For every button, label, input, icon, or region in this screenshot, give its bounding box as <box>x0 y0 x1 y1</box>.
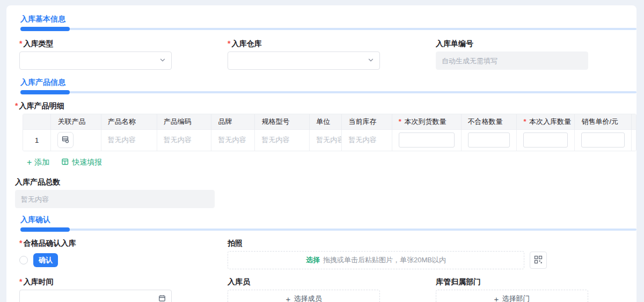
section-progress-bar <box>20 27 636 31</box>
brand-cell: 暂无内容 <box>211 129 255 151</box>
col-cost-price: 成本单价/元 <box>632 114 636 129</box>
field-warehouse: *入库仓库 <box>228 39 380 70</box>
field-inbound-time: *入库时间 <box>19 277 172 302</box>
table-row: 1 <box>23 129 636 151</box>
col-unit: 单位 <box>310 114 342 129</box>
qualified-confirm-control: 确认 <box>19 253 172 267</box>
col-arrival-qty: * 本次到货数量 <box>392 114 461 129</box>
required-asterisk: * <box>228 39 230 48</box>
scan-upload-button[interactable] <box>530 252 547 269</box>
plus-icon: + <box>286 294 291 302</box>
department-label: 库管归属部门 <box>436 277 588 286</box>
sale-price-input[interactable] <box>581 132 625 148</box>
col-inbound-qty: * 本次入库数量 <box>517 114 575 129</box>
order-no-input[interactable] <box>436 51 588 70</box>
field-product-total: 入库产品总数 <box>15 177 636 208</box>
plus-icon: + <box>27 158 32 167</box>
inbound-time-label: *入库时间 <box>19 277 172 286</box>
warehouse-select[interactable] <box>228 51 380 70</box>
inbound-qty-input[interactable] <box>523 132 568 148</box>
field-qualified-confirm: *合格品确认入库 确认 <box>19 238 172 269</box>
progress-track <box>20 28 636 30</box>
confirm-radio[interactable] <box>19 256 28 264</box>
quick-fill-button[interactable]: 快速填报 <box>61 158 102 167</box>
defective-qty-cell <box>461 129 517 151</box>
confirm-fields-row: *合格品确认入库 确认 拍照 选择 拖拽或单击后粘贴图片，单张20MB以内 <box>19 238 636 269</box>
inbound-type-select[interactable] <box>19 51 172 70</box>
col-link-product: 关联产品 <box>51 114 101 129</box>
required-asterisk: * <box>15 101 18 110</box>
upload-choose-link[interactable]: 选择 <box>306 255 320 265</box>
required-asterisk: * <box>19 239 22 247</box>
add-row-button[interactable]: + 添加 <box>27 158 49 167</box>
section-progress-bar <box>20 90 636 94</box>
bottom-fields-row: *入库时间 入库员 + 选择成员 库管归属部门 <box>19 277 636 302</box>
section-product-info: 入库产品信息 <box>20 77 636 94</box>
chevron-down-icon <box>368 56 374 65</box>
progress-fill <box>20 27 70 31</box>
product-total-label: 入库产品总数 <box>15 177 636 187</box>
plus-icon: + <box>494 294 499 302</box>
qr-code-icon <box>534 255 543 266</box>
field-photo: 拍照 选择 拖拽或单击后粘贴图片，单张20MB以内 <box>228 238 550 269</box>
progress-track <box>20 229 636 231</box>
col-defective-qty: 不合格数量 <box>461 114 517 129</box>
field-department: 库管归属部门 + 选择部门 <box>436 277 588 302</box>
calendar-icon <box>158 294 166 302</box>
qualified-confirm-label: *合格品确认入库 <box>19 238 172 248</box>
section-title-product: 入库产品信息 <box>20 77 636 87</box>
cost-price-cell <box>632 129 636 151</box>
required-asterisk: * <box>19 277 22 286</box>
col-spec: 规格型号 <box>255 114 310 129</box>
link-product-icon <box>61 135 70 145</box>
col-index <box>23 114 51 129</box>
progress-fill <box>20 227 70 232</box>
col-current-stock: 当前库存 <box>342 114 392 129</box>
sale-price-cell <box>575 129 632 151</box>
table-header-row: 关联产品 产品名称 产品编码 品牌 规格型号 单位 当前库存 * 本次到货数量 … <box>23 114 636 129</box>
section-basic-info: 入库基本信息 <box>20 14 636 31</box>
col-product-code: 产品编码 <box>157 114 211 129</box>
spec-cell: 暂无内容 <box>255 129 310 151</box>
arrival-qty-input[interactable] <box>399 132 455 148</box>
inbound-qty-cell <box>517 129 575 151</box>
basic-fields-row: *入库类型 *入库仓库 入库单编号 <box>19 39 636 70</box>
link-product-button[interactable] <box>57 132 74 148</box>
table-actions: + 添加 快速填报 <box>27 158 636 167</box>
current-stock-cell: 暂无内容 <box>342 129 392 151</box>
field-inbound-type: *入库类型 <box>19 39 172 70</box>
section-title-basic: 入库基本信息 <box>20 14 636 24</box>
product-detail-table: 关联产品 产品名称 产品编码 品牌 规格型号 单位 当前库存 * 本次到货数量 … <box>23 114 636 151</box>
product-detail-label: *入库产品明细 <box>15 101 636 111</box>
chevron-down-icon <box>159 56 166 65</box>
col-product-name: 产品名称 <box>101 114 157 129</box>
progress-fill <box>20 90 70 94</box>
photo-upload-dropzone[interactable]: 选择 拖拽或单击后粘贴图片，单张20MB以内 <box>228 251 524 269</box>
required-asterisk: * <box>19 39 22 48</box>
quick-fill-icon <box>61 158 69 167</box>
photo-label: 拍照 <box>228 238 550 248</box>
photo-controls: 选择 拖拽或单击后粘贴图片，单张20MB以内 <box>228 251 550 269</box>
col-sale-price: 销售单价/元 <box>575 114 632 129</box>
row-index: 1 <box>23 129 51 151</box>
field-inbound-clerk: 入库员 + 选择成员 <box>228 277 380 302</box>
required-asterisk: * <box>399 117 401 126</box>
select-department-button[interactable]: + 选择部门 <box>436 290 588 302</box>
inbound-time-input[interactable] <box>19 290 172 302</box>
select-member-button[interactable]: + 选择成员 <box>228 290 380 302</box>
link-product-cell <box>51 129 101 151</box>
required-asterisk: * <box>523 117 526 126</box>
defective-qty-input[interactable] <box>468 132 510 148</box>
section-progress-bar <box>20 227 636 232</box>
inbound-type-label: *入库类型 <box>19 39 172 48</box>
confirm-button[interactable]: 确认 <box>33 253 58 267</box>
product-total-input[interactable] <box>15 190 215 208</box>
order-no-label: 入库单编号 <box>436 39 588 48</box>
progress-track <box>20 91 636 93</box>
section-title-confirm: 入库确认 <box>20 215 636 224</box>
product-name-cell: 暂无内容 <box>101 129 157 151</box>
section-confirm: 入库确认 <box>20 215 636 232</box>
inbound-clerk-label: 入库员 <box>228 277 380 286</box>
arrival-qty-cell <box>392 129 461 151</box>
inbound-form-card: 入库基本信息 *入库类型 *入库仓库 入库单 <box>6 5 636 302</box>
